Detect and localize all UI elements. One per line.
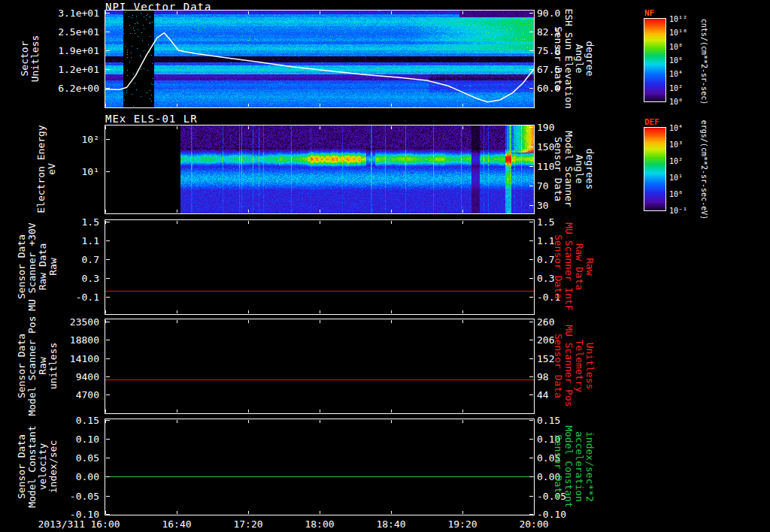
tick-mark [529, 222, 533, 222]
tick-mark [106, 420, 110, 421]
tick-label: 152 [537, 353, 554, 364]
tick-mark [248, 320, 249, 323]
panel4-data-line [105, 379, 534, 380]
tick-mark [248, 104, 249, 107]
tick-mark [106, 32, 110, 32]
colorbar-def-unit-label: ergs/(cm**2-sr-sec-eV) [700, 95, 708, 245]
tick-mark [106, 496, 110, 497]
tick-label: 17:20 [224, 518, 272, 530]
tick-mark [105, 104, 106, 107]
tick-mark [106, 171, 110, 172]
tick-mark [534, 310, 535, 313]
tick-mark [106, 278, 110, 279]
tick-mark [462, 126, 463, 129]
tick-mark [529, 205, 533, 206]
tick-mark [534, 210, 535, 213]
tick-mark [106, 139, 110, 140]
tick-mark [529, 278, 533, 279]
tick-mark [529, 32, 533, 32]
tick-mark [105, 320, 106, 323]
tick-label: 0.00 [76, 471, 99, 482]
tick-mark [320, 410, 320, 413]
tick-mark [320, 126, 320, 129]
tick-mark [320, 210, 320, 213]
tick-mark [529, 322, 533, 322]
tick-mark [248, 11, 249, 14]
tick-label: 10² [669, 84, 683, 92]
tick-mark [534, 320, 535, 323]
tick-mark [391, 221, 392, 224]
tick-label: 4700 [76, 389, 99, 401]
tick-mark [105, 310, 106, 313]
tick-mark [106, 222, 110, 222]
tick-mark [529, 420, 533, 421]
tick-label: 0.3 [537, 273, 554, 284]
tick-mark [462, 420, 463, 423]
tick-mark [248, 410, 249, 413]
tick-label: 10⁶ [669, 56, 683, 65]
tick-label: 23500 [70, 316, 99, 328]
tick-mark [534, 104, 535, 107]
tick-label: 206 [537, 334, 554, 346]
tick-label: 44 [537, 389, 549, 401]
tick-mark [106, 376, 110, 377]
panel2-spectrogram [105, 125, 535, 214]
tick-mark [462, 11, 463, 14]
tick-mark [529, 340, 533, 340]
tick-mark [105, 210, 106, 213]
date-label: 2013/311 [26, 518, 85, 530]
panel2-title: MEx ELS-01 LR [105, 113, 198, 125]
tick-mark [529, 240, 533, 241]
tick-mark [529, 186, 533, 186]
tick-label: 1.2e+01 [58, 64, 99, 75]
tick-label: 150 [537, 141, 554, 153]
tick-mark [248, 210, 249, 213]
tick-mark [462, 410, 463, 413]
tick-mark [320, 310, 320, 313]
tick-mark [534, 410, 535, 413]
tick-mark [529, 166, 533, 167]
colorbar-def-gradient [644, 128, 665, 210]
tick-mark [248, 511, 249, 514]
tick-label: 0.3 [82, 273, 99, 284]
tick-mark [391, 310, 392, 313]
tick-mark [106, 322, 110, 322]
tick-mark [105, 221, 106, 224]
tick-mark [106, 358, 110, 359]
panel3-data-line [105, 291, 534, 292]
tick-mark [529, 297, 533, 298]
tick-label: 16:40 [153, 518, 201, 530]
colorbar-def-title: DEF [644, 117, 659, 127]
tick-label: 98 [537, 371, 549, 382]
tick-mark [320, 104, 320, 107]
tick-label: 30 [537, 200, 549, 211]
tick-mark [529, 496, 533, 497]
tick-label: 18:00 [296, 518, 344, 530]
tick-mark [529, 147, 533, 147]
tick-mark [105, 420, 106, 423]
tick-mark [529, 358, 533, 359]
tick-mark [391, 210, 392, 213]
tick-label: -0.1 [76, 292, 99, 303]
tick-mark [106, 13, 110, 14]
tick-mark [529, 13, 533, 14]
panel5-right-axis-label: index/sec**2 acceleration Model Constant… [553, 391, 595, 532]
tick-mark [391, 11, 392, 14]
panel5-left-axis-label: Sensor Data Model Constant velocity inde… [17, 391, 59, 532]
tick-mark [320, 511, 320, 514]
tick-mark [391, 420, 392, 423]
tick-mark [248, 310, 249, 313]
panel3-plot [105, 219, 535, 315]
tick-mark [177, 320, 177, 323]
panel2-heatmap-canvas [105, 125, 534, 213]
tick-mark [106, 259, 110, 260]
tick-mark [529, 127, 533, 128]
tick-label: 110 [537, 161, 554, 172]
tick-label: 20:00 [510, 518, 558, 530]
tick-mark [529, 394, 533, 395]
tick-mark [529, 439, 533, 440]
tick-mark [177, 11, 177, 14]
tick-mark [529, 458, 533, 458]
tick-mark [320, 11, 320, 14]
panel1-heatmap-canvas [105, 11, 534, 107]
